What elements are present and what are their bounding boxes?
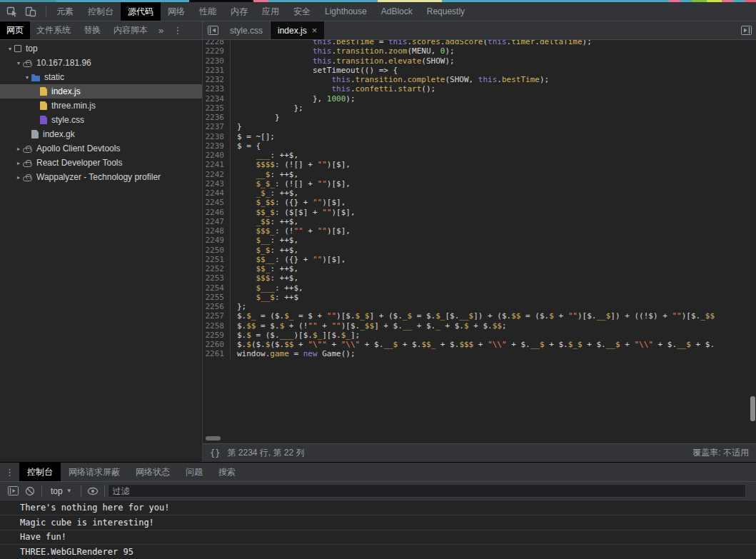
- tree-item-three.min.js[interactable]: three.min.js: [0, 99, 202, 113]
- drawer-tab-问题[interactable]: 问题: [178, 463, 211, 481]
- console-filter-input[interactable]: [108, 484, 746, 498]
- tree-expander-icon[interactable]: ▸: [14, 174, 23, 181]
- main-panel-tabs: 元素控制台源代码网络性能内存应用安全LighthouseAdBlockReque…: [49, 2, 472, 21]
- tree-item-top[interactable]: ▾top: [0, 41, 202, 56]
- main-tab-内存[interactable]: 内存: [223, 2, 255, 21]
- line-number[interactable]: 2257: [203, 311, 230, 321]
- horizontal-scrollbar-thumb[interactable]: [206, 436, 221, 440]
- sources-navigator-tabs: 网页文件系统替换内容脚本 » ⋮: [0, 21, 203, 40]
- line-number[interactable]: 2233: [203, 84, 230, 94]
- nav-tab-文件系统[interactable]: 文件系统: [30, 21, 77, 39]
- editor-tab-style.css[interactable]: style.css: [223, 21, 271, 39]
- line-number[interactable]: 2255: [203, 293, 230, 302]
- line-number[interactable]: 2250: [203, 246, 230, 255]
- line-number[interactable]: 2260: [203, 340, 230, 349]
- more-tabs-chevron-icon[interactable]: »: [154, 21, 168, 39]
- tree-item-style.css[interactable]: style.css: [0, 113, 202, 127]
- main-tab-元素[interactable]: 元素: [49, 2, 81, 21]
- line-number[interactable]: 2246: [203, 208, 230, 217]
- drawer-more-menu-icon[interactable]: ⋮: [0, 463, 19, 481]
- code-text: ___: ++$,: [230, 151, 298, 160]
- line-number[interactable]: 2258: [203, 321, 230, 331]
- nav-tab-网页[interactable]: 网页: [0, 21, 30, 39]
- line-number[interactable]: 2261: [203, 349, 230, 358]
- line-number[interactable]: 2254: [203, 283, 230, 293]
- main-tab-Requestly[interactable]: Requestly: [420, 2, 472, 21]
- nav-tab-替换[interactable]: 替换: [77, 21, 107, 39]
- nav-tab-内容脚本[interactable]: 内容脚本: [107, 21, 154, 39]
- file-css-icon: [40, 116, 47, 124]
- tree-item-React Developer Tools[interactable]: ▸React Developer Tools: [0, 156, 202, 170]
- device-toolbar-icon[interactable]: [21, 2, 40, 21]
- close-tab-icon[interactable]: ×: [312, 25, 318, 36]
- tree-item-static[interactable]: ▾static: [0, 70, 202, 84]
- tree-item-Apollo Client Devtools[interactable]: ▸Apollo Client Devtools: [0, 141, 202, 156]
- context-selector[interactable]: top▼: [45, 486, 78, 496]
- line-number[interactable]: 2234: [203, 94, 230, 104]
- secondary-row: 网页文件系统替换内容脚本 » ⋮ style.cssindex.js×: [0, 21, 756, 40]
- line-number[interactable]: 2259: [203, 331, 230, 340]
- main-tab-安全[interactable]: 安全: [286, 2, 318, 21]
- line-number[interactable]: 2251: [203, 255, 230, 264]
- code-line: 2261window.game = new Game();: [203, 349, 756, 358]
- line-number[interactable]: 2256: [203, 302, 230, 311]
- line-number[interactable]: 2252: [203, 264, 230, 273]
- live-expression-eye-icon[interactable]: [84, 482, 101, 500]
- inspect-icon[interactable]: [3, 2, 21, 21]
- drawer-tab-网络状态[interactable]: 网络状态: [128, 463, 178, 481]
- drawer-tab-搜索[interactable]: 搜索: [211, 463, 243, 481]
- tree-item-index.js[interactable]: index.js: [0, 84, 202, 99]
- vertical-scrollbar-thumb[interactable]: [750, 396, 755, 421]
- line-number[interactable]: 2248: [203, 226, 230, 236]
- main-tab-控制台[interactable]: 控制台: [81, 2, 121, 21]
- tree-expander-icon[interactable]: ▸: [14, 146, 23, 152]
- line-number[interactable]: 2247: [203, 217, 230, 226]
- show-debugger-sidebar-icon[interactable]: [736, 21, 756, 39]
- line-number[interactable]: 2239: [203, 141, 230, 151]
- clear-console-icon[interactable]: [21, 482, 39, 500]
- main-tab-性能[interactable]: 性能: [192, 2, 223, 21]
- main-tab-AdBlock[interactable]: AdBlock: [374, 2, 420, 21]
- line-number[interactable]: 2230: [203, 56, 230, 66]
- line-number[interactable]: 2232: [203, 75, 230, 84]
- tree-item-Wappalyzer - Technology profiler[interactable]: ▸Wappalyzer - Technology profiler: [0, 170, 202, 184]
- code-text: $$__: ({} + "")[$],: [230, 255, 346, 264]
- main-tab-源代码[interactable]: 源代码: [121, 2, 161, 21]
- tree-expander-icon[interactable]: ▸: [14, 160, 23, 166]
- line-number[interactable]: 2242: [203, 170, 230, 179]
- line-number[interactable]: 2228: [203, 40, 230, 46]
- drawer-tab-网络请求屏蔽[interactable]: 网络请求屏蔽: [61, 463, 128, 481]
- file-plain-icon: [31, 130, 39, 139]
- hide-navigator-icon[interactable]: [203, 21, 223, 39]
- main-tab-应用[interactable]: 应用: [255, 2, 286, 21]
- line-number[interactable]: 2245: [203, 198, 230, 207]
- line-number[interactable]: 2244: [203, 188, 230, 198]
- file-js-icon: [40, 101, 47, 110]
- line-number[interactable]: 2243: [203, 179, 230, 188]
- main-tab-Lighthouse[interactable]: Lighthouse: [318, 2, 374, 21]
- line-number[interactable]: 2236: [203, 113, 230, 122]
- pretty-print-icon[interactable]: {}: [210, 448, 220, 458]
- tree-expander-icon[interactable]: ▾: [6, 46, 14, 52]
- code-editor[interactable]: 2228 this.bestTime = this.scores.addScor…: [203, 40, 756, 462]
- tree-item-label: three.min.js: [51, 101, 96, 111]
- line-number[interactable]: 2240: [203, 151, 230, 160]
- tree-expander-icon[interactable]: ▾: [23, 74, 31, 81]
- console-sidebar-toggle-icon[interactable]: [4, 482, 21, 500]
- drawer-tab-控制台[interactable]: 控制台: [19, 463, 61, 481]
- console-toolbar: top▼: [0, 482, 756, 500]
- line-number[interactable]: 2229: [203, 46, 230, 56]
- line-number[interactable]: 2249: [203, 236, 230, 245]
- line-number[interactable]: 2238: [203, 132, 230, 141]
- tree-item-index.gk[interactable]: index.gk: [0, 127, 202, 141]
- tree-item-10.167.181.96[interactable]: ▾10.167.181.96: [0, 56, 202, 70]
- tree-expander-icon[interactable]: ▾: [14, 60, 23, 66]
- line-number[interactable]: 2235: [203, 104, 230, 113]
- line-number[interactable]: 2253: [203, 273, 230, 283]
- navigator-more-menu-icon[interactable]: ⋮: [168, 21, 187, 39]
- line-number[interactable]: 2241: [203, 160, 230, 169]
- line-number[interactable]: 2237: [203, 122, 230, 131]
- main-tab-网络[interactable]: 网络: [161, 2, 192, 21]
- editor-tab-index.js[interactable]: index.js×: [271, 21, 324, 39]
- line-number[interactable]: 2231: [203, 66, 230, 75]
